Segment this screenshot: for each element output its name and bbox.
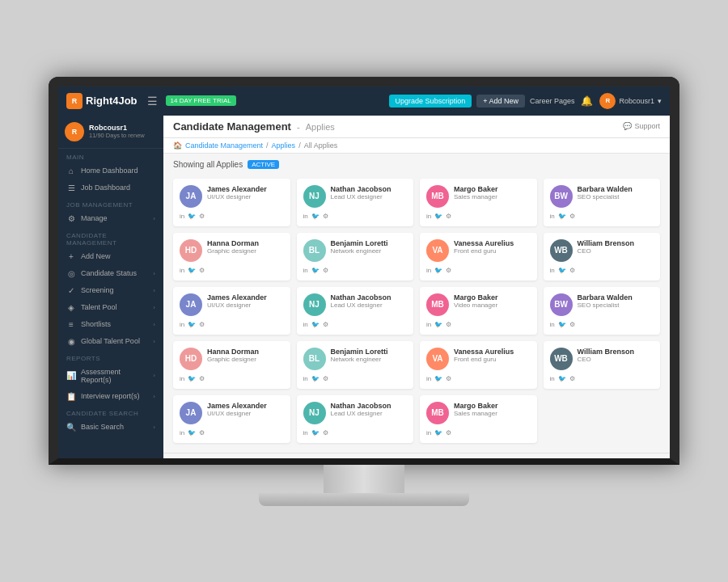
sidebar-item-add-new[interactable]: + Add New xyxy=(58,248,163,265)
twitter-icon[interactable]: 🐦 xyxy=(311,429,320,436)
linkedin-icon[interactable]: in xyxy=(426,375,431,382)
add-new-button[interactable]: + Add New xyxy=(476,95,525,108)
github-icon[interactable]: ⚙ xyxy=(569,321,575,328)
sidebar-item-shortlists[interactable]: ≡ Shortlists › xyxy=(58,316,163,333)
bell-icon[interactable]: 🔔 xyxy=(581,95,593,107)
sidebar-item-home-dashboard[interactable]: ⌂ Home Dashboard xyxy=(58,162,163,179)
candidate-card[interactable]: HD Hanna Dorman Graphic designer in 🐦 ⚙ xyxy=(173,341,290,389)
user-menu[interactable]: R Robcousr1 ▾ xyxy=(599,93,662,109)
breadcrumb-sep-1: / xyxy=(266,141,269,150)
github-icon[interactable]: ⚙ xyxy=(323,429,328,436)
sidebar-item-interview[interactable]: 📋 Interview report(s) › xyxy=(58,388,163,405)
candidate-card[interactable]: VA Vanessa Aurelius Front end guru in 🐦 … xyxy=(420,233,537,280)
sidebar-item-manage[interactable]: ⚙ Manage › xyxy=(58,210,163,227)
sidebar-item-screening[interactable]: ✓ Screening › xyxy=(58,282,163,299)
sidebar-item-basic-search[interactable]: 🔍 Basic Search › xyxy=(58,419,163,436)
twitter-icon[interactable]: 🐦 xyxy=(311,321,320,328)
github-icon[interactable]: ⚙ xyxy=(446,267,451,274)
support-button[interactable]: 💬 Support xyxy=(623,122,660,130)
twitter-icon[interactable]: 🐦 xyxy=(434,267,442,274)
twitter-icon[interactable]: 🐦 xyxy=(188,267,196,274)
twitter-icon[interactable]: 🐦 xyxy=(558,375,566,382)
candidate-card[interactable]: HD Hanna Dorman Graphic designer in 🐦 ⚙ xyxy=(173,233,290,280)
sidebar-item-candidate-status[interactable]: ◎ Candidate Status › xyxy=(58,265,163,282)
candidate-card[interactable]: MB Margo Baker Sales manager in 🐦 ⚙ xyxy=(420,395,537,443)
candidate-card[interactable]: NJ Nathan Jacobson Lead UX designer in 🐦… xyxy=(297,287,414,335)
career-pages-link[interactable]: Career Pages xyxy=(530,97,575,105)
linkedin-icon[interactable]: in xyxy=(550,267,555,274)
linkedin-icon[interactable]: in xyxy=(426,213,431,220)
linkedin-icon[interactable]: in xyxy=(303,429,308,436)
candidate-card[interactable]: VA Vanessa Aurelius Front end guru in 🐦 … xyxy=(420,341,537,389)
hamburger-icon[interactable]: ☰ xyxy=(147,95,158,108)
sidebar-item-global-talent[interactable]: ◉ Global Talent Pool › xyxy=(58,333,163,350)
candidate-card[interactable]: JA James Alexander UI/UX designer in 🐦 ⚙ xyxy=(173,179,290,226)
upgrade-button[interactable]: Upgrade Subscription xyxy=(389,95,472,108)
twitter-icon[interactable]: 🐦 xyxy=(434,321,442,328)
github-icon[interactable]: ⚙ xyxy=(199,375,205,382)
github-icon[interactable]: ⚙ xyxy=(199,267,205,274)
github-icon[interactable]: ⚙ xyxy=(199,321,205,328)
candidate-card[interactable]: WB William Brenson CEO in 🐦 ⚙ xyxy=(544,341,661,389)
twitter-icon[interactable]: 🐦 xyxy=(434,213,442,220)
sidebar-item-assessment[interactable]: 📊 Assessment Report(s) › xyxy=(58,364,163,388)
github-icon[interactable]: ⚙ xyxy=(569,267,575,274)
twitter-icon[interactable]: 🐦 xyxy=(311,213,320,220)
sidebar-item-job-dashboard[interactable]: ☰ Job Dashboard xyxy=(58,179,163,196)
candidate-social-icons: in 🐦 ⚙ xyxy=(303,213,408,220)
candidate-card[interactable]: BL Benjamin Loretti Network engineer in … xyxy=(297,341,414,389)
candidate-card[interactable]: NJ Nathan Jacobson Lead UX designer in 🐦… xyxy=(297,179,414,226)
candidate-card[interactable]: MB Margo Baker Sales manager in 🐦 ⚙ xyxy=(420,179,537,226)
github-icon[interactable]: ⚙ xyxy=(446,375,451,382)
twitter-icon[interactable]: 🐦 xyxy=(188,321,196,328)
linkedin-icon[interactable]: in xyxy=(426,429,431,436)
github-icon[interactable]: ⚙ xyxy=(446,321,451,328)
twitter-icon[interactable]: 🐦 xyxy=(434,429,442,436)
breadcrumb-link-1[interactable]: Candidate Management xyxy=(185,141,263,150)
candidate-card[interactable]: BW Barbara Walden SEO specialist in 🐦 ⚙ xyxy=(544,287,661,335)
breadcrumb-link-2[interactable]: Applies xyxy=(272,141,296,150)
linkedin-icon[interactable]: in xyxy=(180,321,184,328)
linkedin-icon[interactable]: in xyxy=(303,213,308,220)
twitter-icon[interactable]: 🐦 xyxy=(188,429,196,436)
github-icon[interactable]: ⚙ xyxy=(323,267,328,274)
github-icon[interactable]: ⚙ xyxy=(199,429,205,436)
twitter-icon[interactable]: 🐦 xyxy=(558,321,566,328)
linkedin-icon[interactable]: in xyxy=(550,213,555,220)
candidate-card[interactable]: BW Barbara Walden SEO specialist in 🐦 ⚙ xyxy=(544,179,661,226)
linkedin-icon[interactable]: in xyxy=(303,267,308,274)
candidate-card[interactable]: NJ Nathan Jacobson Lead UX designer in 🐦… xyxy=(297,395,414,443)
linkedin-icon[interactable]: in xyxy=(550,375,555,382)
twitter-icon[interactable]: 🐦 xyxy=(188,213,196,220)
github-icon[interactable]: ⚙ xyxy=(446,429,451,436)
candidate-card[interactable]: JA James Alexander UI/UX designer in 🐦 ⚙ xyxy=(173,395,290,443)
sidebar-item-talent-pool[interactable]: ◈ Talent Pool › xyxy=(58,299,163,316)
github-icon[interactable]: ⚙ xyxy=(446,213,451,220)
github-icon[interactable]: ⚙ xyxy=(199,213,205,220)
github-icon[interactable]: ⚙ xyxy=(323,213,328,220)
twitter-icon[interactable]: 🐦 xyxy=(311,375,320,382)
twitter-icon[interactable]: 🐦 xyxy=(558,213,566,220)
twitter-icon[interactable]: 🐦 xyxy=(558,267,566,274)
linkedin-icon[interactable]: in xyxy=(303,375,308,382)
github-icon[interactable]: ⚙ xyxy=(323,375,328,382)
linkedin-icon[interactable]: in xyxy=(180,429,184,436)
linkedin-icon[interactable]: in xyxy=(550,321,555,328)
linkedin-icon[interactable]: in xyxy=(180,213,184,220)
linkedin-icon[interactable]: in xyxy=(303,321,308,328)
candidate-card[interactable]: JA James Alexander UI/UX designer in 🐦 ⚙ xyxy=(173,287,290,335)
linkedin-icon[interactable]: in xyxy=(180,375,184,382)
candidate-card[interactable]: BL Benjamin Loretti Network engineer in … xyxy=(297,233,414,280)
twitter-icon[interactable]: 🐦 xyxy=(188,375,196,382)
twitter-icon[interactable]: 🐦 xyxy=(311,267,320,274)
twitter-icon[interactable]: 🐦 xyxy=(434,375,442,382)
github-icon[interactable]: ⚙ xyxy=(323,321,328,328)
page-title: Candidate Management xyxy=(173,120,291,133)
github-icon[interactable]: ⚙ xyxy=(569,213,575,220)
linkedin-icon[interactable]: in xyxy=(180,267,184,274)
candidate-card[interactable]: WB William Brenson CEO in 🐦 ⚙ xyxy=(544,233,661,280)
linkedin-icon[interactable]: in xyxy=(426,321,431,328)
candidate-card[interactable]: MB Margo Baker Video manager in 🐦 ⚙ xyxy=(420,287,537,335)
github-icon[interactable]: ⚙ xyxy=(569,375,575,382)
linkedin-icon[interactable]: in xyxy=(426,267,431,274)
